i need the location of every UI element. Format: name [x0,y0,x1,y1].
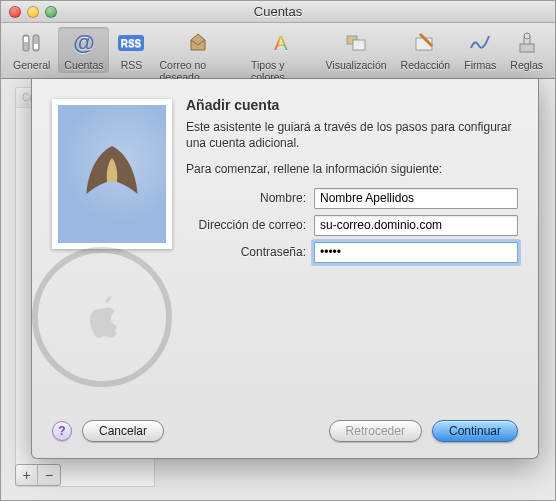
help-button[interactable]: ? [52,421,72,441]
at-icon: @ [70,29,98,57]
switches-icon [18,29,46,57]
back-button[interactable]: Retroceder [329,420,422,442]
toolbar-fonts[interactable]: A Tipos y colores [245,27,318,85]
continue-button[interactable]: Continuar [432,420,518,442]
name-field[interactable] [314,188,518,209]
cancel-button[interactable]: Cancelar [82,420,164,442]
font-icon: A [267,29,295,57]
password-field[interactable] [314,242,518,263]
password-label: Contraseña: [186,245,306,259]
svg-text:A: A [275,32,289,54]
email-label: Dirección de correo: [186,218,306,232]
sheet-heading: Añadir cuenta [186,97,518,113]
toolbar-signatures[interactable]: Firmas [458,27,502,73]
toolbar-label: General [13,59,50,71]
toolbar-label: Redacción [401,59,451,71]
content-area: Cuentas + − Añadir cuenta Este asistente… [1,79,555,500]
toolbar-viewing[interactable]: Visualización [320,27,393,73]
toolbar: General @ Cuentas RSS RSS Correo no dese… [1,23,555,79]
window-title: Cuentas [1,4,555,19]
svg-rect-12 [520,44,534,52]
toolbar-accounts[interactable]: @ Cuentas [58,27,109,73]
sheet-buttons: ? Cancelar Retroceder Continuar [52,410,518,442]
toolbar-general[interactable]: General [7,27,56,73]
svg-point-13 [524,33,530,39]
add-remove-controls: + − [15,464,61,486]
toolbar-label: Cuentas [64,59,103,71]
toolbar-label: Reglas [510,59,543,71]
toolbar-composing[interactable]: Redacción [395,27,457,73]
add-account-sheet: Añadir cuenta Este asistente le guiará a… [31,79,539,459]
viewing-icon [342,29,370,57]
toolbar-junk[interactable]: Correo no deseado [153,27,243,85]
rules-icon [513,29,541,57]
toolbar-label: RSS [121,59,143,71]
name-label: Nombre: [186,191,306,205]
toolbar-label: Firmas [464,59,496,71]
svg-rect-2 [24,37,28,42]
toolbar-label: Visualización [326,59,387,71]
sheet-intro: Este asistente le guiará a través de los… [186,119,518,151]
svg-text:@: @ [73,30,94,55]
svg-text:RSS: RSS [121,38,142,49]
sheet-prompt: Para comenzar, rellene la información si… [186,161,518,177]
stamp-graphic [52,97,172,410]
rss-icon: RSS [117,29,145,57]
signature-icon [466,29,494,57]
junk-icon [184,29,212,57]
svg-rect-9 [353,40,365,50]
compose-icon [411,29,439,57]
preferences-window: Cuentas General @ Cuentas RSS RSS Correo… [0,0,556,501]
titlebar: Cuentas [1,1,555,23]
form-column: Añadir cuenta Este asistente le guiará a… [186,97,518,410]
add-account-button[interactable]: + [16,465,38,485]
email-field[interactable] [314,215,518,236]
toolbar-rss[interactable]: RSS RSS [111,27,151,73]
toolbar-rules[interactable]: Reglas [504,27,549,73]
svg-rect-3 [34,44,38,49]
remove-account-button[interactable]: − [38,465,60,485]
